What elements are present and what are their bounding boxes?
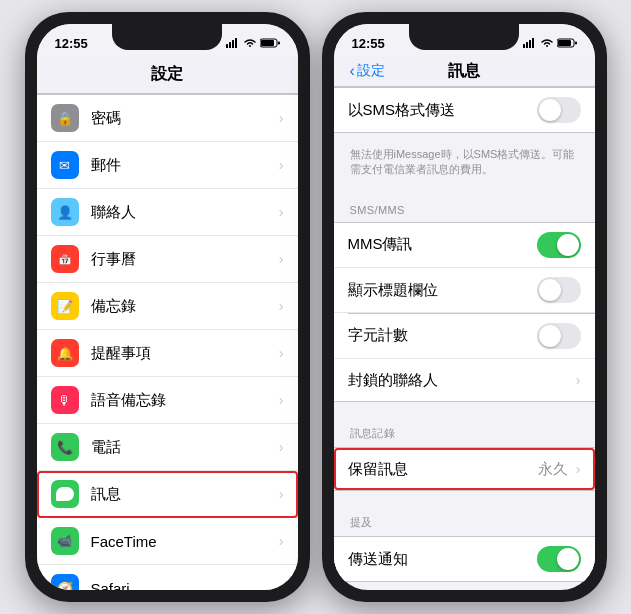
settings-row-calendar[interactable]: 📅 行事曆 › — [37, 236, 298, 283]
safari-chevron: › — [279, 580, 284, 590]
battery-icon — [260, 38, 280, 48]
settings-row-reminders[interactable]: 🔔 提醒事項 › — [37, 330, 298, 377]
password-label: 密碼 — [91, 109, 275, 128]
svg-rect-3 — [235, 38, 237, 48]
reminders-icon: 🔔 — [51, 339, 79, 367]
mentions-header: 提及 — [334, 499, 595, 536]
blocked-contacts-row[interactable]: 封鎖的聯絡人 › — [334, 359, 595, 401]
sms-format-row[interactable]: 以SMS格式傳送 — [334, 88, 595, 132]
send-notify-knob — [557, 548, 579, 570]
password-chevron: › — [279, 110, 284, 126]
mail-chevron: › — [279, 157, 284, 173]
facetime-chevron: › — [279, 533, 284, 549]
back-label: 設定 — [357, 62, 385, 80]
svg-rect-8 — [526, 42, 528, 48]
mms-label: MMS傳訊 — [348, 235, 537, 254]
keep-messages-label: 保留訊息 — [348, 460, 538, 479]
settings-row-contacts[interactable]: 👤 聯絡人 › — [37, 189, 298, 236]
msg-bubble — [56, 487, 74, 501]
status-icons-left — [226, 38, 280, 48]
right-wifi-icon — [541, 38, 553, 48]
phone-icon: 📞 — [51, 433, 79, 461]
password-icon: 🔒 — [51, 104, 79, 132]
safari-icon: 🧭 — [51, 574, 79, 590]
left-phone: 12:55 — [25, 12, 310, 602]
notch — [112, 24, 222, 50]
contacts-chevron: › — [279, 204, 284, 220]
settings-row-voicememo[interactable]: 🎙 語音備忘錄 › — [37, 377, 298, 424]
msg-history-section: 保留訊息 永久 › — [334, 447, 595, 491]
settings-row-password[interactable]: 🔒 密碼 › — [37, 95, 298, 142]
send-notify-row[interactable]: 傳送通知 — [334, 537, 595, 581]
blocked-chevron: › — [576, 372, 581, 388]
left-section-group: 🔒 密碼 › ✉ 郵件 › 👤 — [37, 94, 298, 590]
mms-toggle[interactable] — [537, 232, 581, 258]
settings-row-notes[interactable]: 📝 備忘錄 › — [37, 283, 298, 330]
settings-row-safari[interactable]: 🧭 Safari › — [37, 565, 298, 590]
messages-icon — [51, 480, 79, 508]
notes-chevron: › — [279, 298, 284, 314]
send-notify-toggle[interactable] — [537, 546, 581, 572]
left-nav-bar: 設定 — [37, 56, 298, 94]
time-left: 12:55 — [55, 36, 88, 51]
signal-icon — [226, 38, 240, 48]
back-chevron-icon: ‹ — [350, 62, 355, 80]
svg-rect-9 — [529, 40, 531, 48]
voicememo-chevron: › — [279, 392, 284, 408]
show-subject-row[interactable]: 顯示標題欄位 — [334, 268, 595, 313]
calendar-label: 行事曆 — [91, 250, 275, 269]
send-notify-label: 傳送通知 — [348, 550, 537, 569]
show-subject-label: 顯示標題欄位 — [348, 281, 537, 300]
sms-mms-header: SMS/MMS — [334, 188, 595, 222]
right-battery-icon — [557, 38, 577, 48]
char-count-knob — [539, 325, 561, 347]
wifi-icon — [244, 38, 256, 48]
sms-footer: 無法使用iMessage時，以SMS格式傳送。可能需支付電信業者訊息的費用。 — [334, 141, 595, 188]
right-nav-bar: ‹ 設定 訊息 — [334, 56, 595, 87]
sms-format-toggle[interactable] — [537, 97, 581, 123]
svg-rect-10 — [532, 38, 534, 48]
svg-rect-1 — [229, 42, 231, 48]
show-subject-toggle[interactable] — [537, 277, 581, 303]
calendar-chevron: › — [279, 251, 284, 267]
right-screen: 12:55 — [334, 24, 595, 590]
right-notch — [409, 24, 519, 50]
messages-chevron: › — [279, 486, 284, 502]
back-button[interactable]: ‹ 設定 — [350, 62, 385, 80]
keep-messages-row[interactable]: 保留訊息 永久 › — [334, 448, 595, 490]
mms-toggle-knob — [557, 234, 579, 256]
voicememo-icon: 🎙 — [51, 386, 79, 414]
right-signal-icon — [523, 38, 537, 48]
blocked-contacts-label: 封鎖的聯絡人 — [348, 371, 572, 390]
right-phone: 12:55 — [322, 12, 607, 602]
time-right: 12:55 — [352, 36, 385, 51]
safari-label: Safari — [91, 580, 275, 591]
char-count-label: 字元計數 — [348, 326, 537, 345]
char-count-row[interactable]: 字元計數 — [334, 314, 595, 359]
contacts-icon: 👤 — [51, 198, 79, 226]
sms-toggle-knob — [539, 99, 561, 121]
settings-row-phone[interactable]: 📞 電話 › — [37, 424, 298, 471]
right-settings-scroll[interactable]: 以SMS格式傳送 無法使用iMessage時，以SMS格式傳送。可能需支付電信業… — [334, 87, 595, 590]
svg-rect-0 — [226, 44, 228, 48]
svg-rect-5 — [261, 40, 274, 46]
settings-row-messages[interactable]: 訊息 › — [37, 471, 298, 518]
contacts-label: 聯絡人 — [91, 203, 275, 222]
left-screen: 12:55 — [37, 24, 298, 590]
sms-format-label: 以SMS格式傳送 — [348, 101, 537, 120]
left-settings-list[interactable]: 🔒 密碼 › ✉ 郵件 › 👤 — [37, 94, 298, 590]
msg-history-header: 訊息記錄 — [334, 410, 595, 447]
settings-row-facetime[interactable]: 📹 FaceTime › — [37, 518, 298, 565]
notes-label: 備忘錄 — [91, 297, 275, 316]
svg-rect-6 — [278, 42, 280, 45]
messages-label: 訊息 — [91, 485, 275, 504]
char-count-toggle[interactable] — [537, 323, 581, 349]
status-icons-right — [523, 38, 577, 48]
mms-row[interactable]: MMS傳訊 — [334, 223, 595, 268]
svg-rect-13 — [575, 42, 577, 45]
settings-row-mail[interactable]: ✉ 郵件 › — [37, 142, 298, 189]
mail-icon: ✉ — [51, 151, 79, 179]
facetime-icon: 📹 — [51, 527, 79, 555]
phone-chevron: › — [279, 439, 284, 455]
calendar-icon: 📅 — [51, 245, 79, 273]
